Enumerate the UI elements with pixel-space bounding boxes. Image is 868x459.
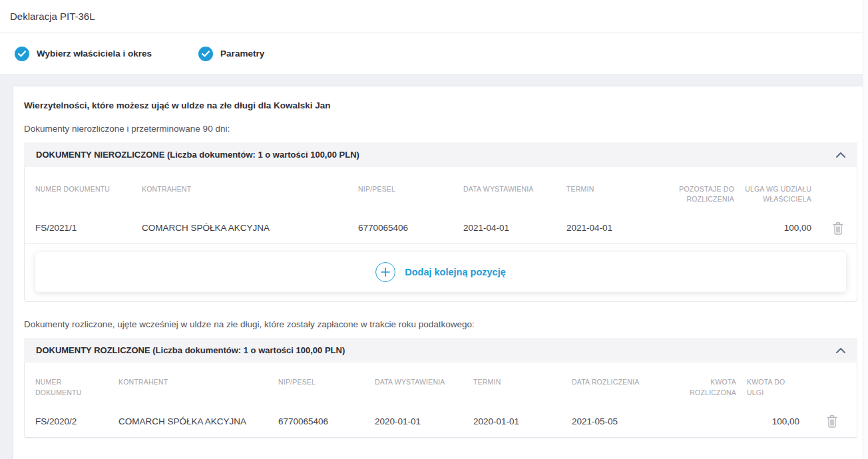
content-card: Wierzytelności, które możesz ująć w uldz… [13, 86, 863, 459]
settled-lead-text: Dokumenty rozliczone, ujęte wcześniej w … [24, 319, 857, 329]
cell-kontrahent: COMARCH SPÓŁKA AKCYJNA [131, 223, 347, 233]
col-header-data-wystawienia: DATA WYSTAWIENIA [453, 184, 556, 204]
col-header-nip-pesel: NIP/PESEL [268, 377, 364, 397]
unsettled-lead-text: Dokumenty nierozliczone i przeterminowan… [24, 124, 857, 134]
cell-numer-dokumentu: FS/2021/1 [25, 223, 131, 233]
panel-header-nierozliczone[interactable]: DOKUMENTY NIEROZLICZONE (Liczba dokument… [24, 142, 857, 167]
add-position-button[interactable]: Dodaj kolejną pozycję [35, 252, 846, 292]
col-header-kwota-do-ulgi: KWOTA DO ULGI [744, 377, 807, 397]
delete-row-button[interactable] [829, 219, 847, 237]
chevron-up-icon[interactable] [836, 152, 845, 158]
main-content: Wierzytelności, które możesz ująć w uldz… [0, 86, 868, 459]
step-label: Parametry [220, 49, 264, 59]
plus-icon [375, 262, 395, 282]
table-row: FS/2020/2 COMARCH SPÓŁKA AKCYJNA 6770065… [25, 406, 857, 438]
cell-nip-pesel: 6770065406 [268, 416, 364, 426]
step-wybierz-wlasciciela[interactable]: Wybierz właściciela i okres [15, 47, 152, 61]
col-header-kontrahent: KONTRAHENT [108, 377, 268, 397]
col-header-nip-pesel: NIP/PESEL [347, 184, 453, 204]
table-nierozliczone: NUMER DOKUMENTU KONTRAHENT NIP/PESEL DAT… [24, 167, 857, 302]
window-titlebar: Deklaracja PIT-36L [0, 0, 868, 33]
table-header-row: NUMER DOKUMENTU KONTRAHENT NIP/PESEL DAT… [25, 363, 857, 405]
cell-termin: 2021-04-01 [556, 223, 656, 233]
cell-termin: 2020-01-01 [463, 416, 561, 426]
cell-ulga-wg-udzialu: 100,00 [742, 223, 819, 233]
table-rozliczone: NUMER DOKUMENTU KONTRAHENT NIP/PESEL DAT… [24, 363, 857, 438]
add-position-label: Dodaj kolejną pozycję [405, 267, 506, 277]
col-header-actions [819, 184, 857, 204]
panel-dokumenty-nierozliczone: DOKUMENTY NIEROZLICZONE (Liczba dokument… [24, 142, 857, 302]
cell-data-wystawienia: 2020-01-01 [364, 416, 463, 426]
col-header-termin: TERMIN [463, 377, 561, 397]
step-parametry[interactable]: Parametry [198, 47, 264, 61]
wizard-steps: Wybierz właściciela i okres Parametry [0, 33, 868, 75]
cell-nip-pesel: 6770065406 [347, 223, 453, 233]
page-title: Deklaracja PIT-36L [10, 11, 95, 22]
delete-row-button[interactable] [823, 412, 841, 430]
cell-kwota-do-ulgi: 100,00 [744, 416, 807, 426]
add-row-container: Dodaj kolejną pozycję [25, 244, 857, 301]
check-circle-icon [198, 47, 213, 61]
col-header-kwota-rozliczona: KWOTA ROZLICZONA [678, 377, 744, 397]
cell-data-rozliczenia: 2021-05-05 [561, 416, 678, 426]
table-header-row: NUMER DOKUMENTU KONTRAHENT NIP/PESEL DAT… [25, 167, 857, 212]
col-header-data-wystawienia: DATA WYSTAWIENIA [364, 377, 463, 397]
col-header-numer-dokumentu: NUMER DOKUMENTU [25, 184, 131, 204]
col-header-termin: TERMIN [556, 184, 656, 204]
col-header-pozostaje-do-rozliczenia: POZOSTAJE DO ROZLICZENIA [656, 184, 742, 204]
trash-icon [825, 414, 839, 428]
cell-data-wystawienia: 2021-04-01 [453, 223, 556, 233]
col-header-ulga-wg-udzialu: ULGA WG UDZIAŁU WŁAŚCICIELA [742, 184, 819, 204]
step-label: Wybierz właściciela i okres [37, 49, 152, 59]
chevron-up-icon[interactable] [836, 348, 845, 353]
scrollbar-track[interactable] [863, 0, 868, 459]
col-header-actions [807, 377, 857, 397]
trash-icon [831, 221, 845, 235]
check-circle-icon [15, 47, 29, 61]
panel-title: DOKUMENTY NIEROZLICZONE (Liczba dokument… [36, 150, 359, 160]
col-header-kontrahent: KONTRAHENT [131, 184, 347, 204]
cell-numer-dokumentu: FS/2020/2 [25, 416, 108, 426]
panel-dokumenty-rozliczone: DOKUMENTY ROZLICZONE (Liczba dokumentów:… [24, 338, 857, 438]
receivables-heading: Wierzytelności, które możesz ująć w uldz… [24, 97, 857, 110]
table-row: FS/2021/1 COMARCH SPÓŁKA AKCYJNA 6770065… [25, 212, 857, 244]
col-header-data-rozliczenia: DATA ROZLICZENIA [561, 377, 678, 397]
panel-title: DOKUMENTY ROZLICZONE (Liczba dokumentów:… [36, 345, 345, 355]
cell-kontrahent: COMARCH SPÓŁKA AKCYJNA [108, 416, 268, 426]
col-header-numer-dokumentu: NUMER DOKUMENTU [25, 377, 108, 397]
panel-header-rozliczone[interactable]: DOKUMENTY ROZLICZONE (Liczba dokumentów:… [24, 338, 857, 363]
